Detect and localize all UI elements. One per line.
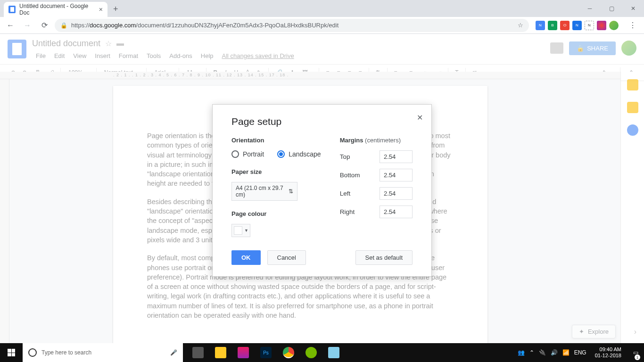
extension-icon[interactable]: O bbox=[560, 21, 570, 30]
comments-button[interactable] bbox=[550, 42, 563, 54]
paper-size-label: Paper size bbox=[231, 168, 321, 175]
menu-insert[interactable]: Insert bbox=[91, 50, 114, 61]
maximize-button[interactable]: ▢ bbox=[601, 0, 622, 17]
extension-icon[interactable]: N bbox=[572, 21, 582, 30]
chevron-down-icon: ▼ bbox=[244, 228, 248, 233]
language-indicator[interactable]: ENG bbox=[574, 349, 586, 356]
cortana-icon bbox=[28, 348, 37, 357]
menu-bar: File Edit View Insert Format Tools Add-o… bbox=[32, 50, 545, 61]
profile-avatar-icon[interactable] bbox=[609, 21, 619, 30]
page-colour-label: Page colour bbox=[231, 210, 321, 217]
menu-format[interactable]: Format bbox=[115, 50, 142, 61]
chrome-icon[interactable] bbox=[277, 343, 300, 362]
lock-icon: 🔒 bbox=[60, 22, 67, 29]
minimize-button[interactable]: ─ bbox=[579, 0, 601, 17]
browser-tab[interactable]: Untitled document - Google Doc × bbox=[4, 2, 107, 17]
star-icon[interactable]: ☆ bbox=[105, 39, 112, 48]
document-title[interactable]: Untitled document bbox=[32, 39, 100, 49]
margin-left-label: Left bbox=[340, 190, 351, 197]
margin-right-label: Right bbox=[340, 208, 355, 215]
extension-icon[interactable] bbox=[597, 21, 606, 30]
taskbar-search[interactable]: Type here to search 🎤 bbox=[23, 343, 183, 362]
close-dialog-button[interactable]: ✕ bbox=[417, 113, 423, 122]
tasks-icon[interactable] bbox=[627, 124, 638, 136]
portrait-radio[interactable]: Portrait bbox=[231, 150, 264, 158]
share-button[interactable]: 🔒 SHARE bbox=[569, 41, 616, 55]
notification-button[interactable]: ▭ 1 bbox=[630, 343, 641, 362]
margins-label: Margins (centimeters) bbox=[340, 137, 413, 144]
menu-addons[interactable]: Add-ons bbox=[165, 50, 196, 61]
tray-chevron-icon[interactable]: ⌃ bbox=[529, 349, 534, 356]
margin-bottom-label: Bottom bbox=[340, 172, 360, 179]
forward-button[interactable]: → bbox=[21, 19, 34, 32]
extension-icon[interactable]: B bbox=[548, 21, 557, 30]
app-icon[interactable] bbox=[232, 343, 255, 362]
address-bar[interactable]: 🔒 https://docs.google.com/document/d/1zz… bbox=[55, 19, 529, 32]
menu-tools[interactable]: Tools bbox=[143, 50, 165, 61]
clock[interactable]: 09:40 AM 01-12-2018 bbox=[591, 346, 625, 359]
horizontal-ruler[interactable]: . 2 . 1 . . 1 . 2 . 3 . 4 . 5 . 6 . 7 . … bbox=[0, 72, 620, 79]
bookmark-star-icon[interactable]: ☆ bbox=[518, 22, 523, 29]
reload-button[interactable]: ⟳ bbox=[38, 19, 51, 32]
close-window-button[interactable]: ✕ bbox=[622, 0, 644, 17]
lock-icon: 🔒 bbox=[577, 45, 584, 52]
margin-top-input[interactable] bbox=[380, 150, 413, 163]
menu-view[interactable]: View bbox=[69, 50, 90, 61]
menu-help[interactable]: Help bbox=[197, 50, 217, 61]
dialog-title: Page setup bbox=[231, 116, 413, 127]
page-colour-picker[interactable]: ▼ bbox=[231, 224, 250, 237]
keep-icon[interactable] bbox=[627, 102, 638, 113]
set-default-button[interactable]: Set as default bbox=[355, 250, 413, 265]
extension-icon[interactable]: N bbox=[585, 21, 594, 30]
orientation-label: Orientation bbox=[231, 137, 321, 144]
task-view-button[interactable] bbox=[187, 343, 209, 362]
browser-toolbar: ← → ⟳ 🔒 https://docs.google.com/document… bbox=[0, 17, 644, 34]
photoshop-icon[interactable]: Ps bbox=[255, 343, 277, 362]
margin-bottom-input[interactable] bbox=[380, 169, 413, 181]
power-icon[interactable]: 🔌 bbox=[539, 349, 546, 356]
people-icon[interactable]: 👥 bbox=[518, 349, 525, 356]
folder-icon[interactable]: ▬ bbox=[116, 39, 124, 48]
url-text: https://docs.google.com/document/d/1zzuh… bbox=[71, 22, 339, 29]
windows-logo-icon bbox=[8, 349, 15, 356]
side-panel bbox=[620, 72, 644, 343]
radio-checked-icon bbox=[277, 150, 285, 158]
back-button[interactable]: ← bbox=[4, 19, 17, 32]
side-panel-collapse-icon[interactable]: › bbox=[634, 328, 636, 336]
utorrent-icon[interactable] bbox=[300, 343, 322, 362]
extensions-area: N B O N N bbox=[533, 21, 621, 30]
calendar-icon[interactable] bbox=[627, 79, 638, 90]
windows-taskbar: Type here to search 🎤 Ps 👥 ⌃ 🔌 🔊 📶 ENG 0… bbox=[0, 343, 644, 362]
margin-left-input[interactable] bbox=[380, 187, 413, 200]
spinner-icon: ⇅ bbox=[289, 188, 293, 195]
notepad-icon[interactable] bbox=[322, 343, 345, 362]
explore-button[interactable]: ✦ Explore bbox=[572, 325, 616, 338]
start-button[interactable] bbox=[0, 343, 23, 362]
browser-menu-button[interactable]: ⋮ bbox=[625, 21, 640, 30]
extension-icon[interactable]: N bbox=[536, 21, 545, 30]
paper-size-select[interactable]: A4 (21.0 cm x 29.7 cm) ⇅ bbox=[231, 182, 297, 201]
tab-title: Untitled document - Google Doc bbox=[19, 3, 95, 16]
user-avatar[interactable] bbox=[621, 41, 636, 56]
close-tab-icon[interactable]: × bbox=[99, 6, 103, 13]
docs-header: Untitled document ☆ ▬ File Edit View Ins… bbox=[0, 34, 644, 64]
wifi-icon[interactable]: 📶 bbox=[562, 349, 570, 356]
volume-icon[interactable]: 🔊 bbox=[551, 349, 558, 356]
radio-icon bbox=[231, 150, 239, 158]
file-explorer-icon[interactable] bbox=[209, 343, 232, 362]
docs-favicon bbox=[8, 6, 16, 13]
save-status[interactable]: All changes saved in Drive bbox=[218, 50, 298, 61]
cancel-button[interactable]: Cancel bbox=[267, 250, 306, 265]
mic-icon[interactable]: 🎤 bbox=[170, 349, 177, 356]
margin-right-input[interactable] bbox=[380, 206, 413, 218]
vertical-ruler[interactable] bbox=[0, 79, 9, 343]
docs-logo-icon[interactable] bbox=[8, 40, 26, 58]
margin-top-label: Top bbox=[340, 153, 350, 160]
menu-edit[interactable]: Edit bbox=[50, 50, 68, 61]
menu-file[interactable]: File bbox=[32, 50, 50, 61]
ok-button[interactable]: OK bbox=[231, 250, 261, 265]
colour-preview bbox=[234, 226, 242, 235]
new-tab-button[interactable]: + bbox=[107, 1, 124, 17]
landscape-radio[interactable]: Landscape bbox=[277, 150, 321, 158]
page-setup-dialog: ✕ Page setup Orientation Portrait Landsc… bbox=[212, 104, 432, 277]
